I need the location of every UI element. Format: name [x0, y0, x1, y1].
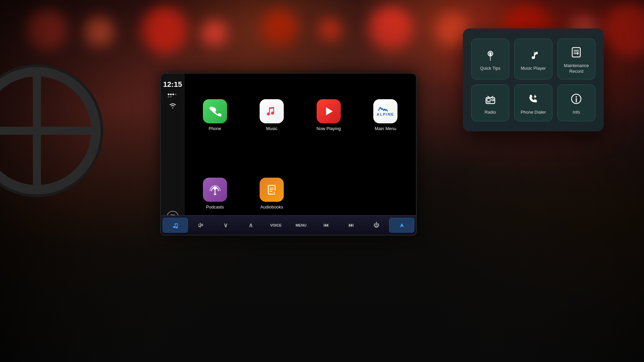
- bokeh-2: [84, 17, 114, 47]
- control-bar: ∨ ∧ VOICE MENU ⏮ ⏭ ⏻: [161, 215, 416, 235]
- time-display: 12:15: [163, 80, 182, 88]
- phone-dialer-icon: [526, 92, 541, 106]
- prev-button[interactable]: ⏮: [314, 218, 338, 233]
- app-now-playing[interactable]: Now Playing: [302, 77, 356, 153]
- svg-rect-3: [214, 194, 216, 195]
- app-grid: Phone Music: [184, 74, 416, 235]
- bokeh-5: [262, 10, 299, 47]
- popup-maintenance-record[interactable]: Maintenance Record: [557, 39, 595, 79]
- maintenance-record-icon: [569, 45, 584, 60]
- popup-info[interactable]: Info: [557, 84, 595, 121]
- power-button[interactable]: ⏻: [364, 218, 388, 233]
- app-phone[interactable]: Phone: [188, 77, 242, 153]
- dot-4: [175, 94, 176, 95]
- svg-point-1: [213, 186, 217, 190]
- phone-icon: [203, 99, 227, 123]
- dot-3: [172, 94, 174, 95]
- quick-tips-label: Quick Tips: [480, 66, 500, 71]
- svg-point-22: [492, 99, 494, 101]
- radio-label: Radio: [485, 110, 496, 115]
- svg-rect-21: [487, 99, 490, 101]
- audiobooks-icon: [260, 178, 284, 202]
- info-icon: [569, 92, 584, 106]
- radio-icon: [483, 92, 498, 106]
- dot-1: [168, 94, 169, 95]
- svg-rect-10: [490, 56, 491, 57]
- scroll-up-button[interactable]: ∧: [238, 218, 263, 233]
- wifi-icon: [169, 103, 176, 110]
- music-label: Music: [266, 126, 277, 131]
- music-icon: [260, 99, 284, 123]
- phone-dialer-label: Phone Dialer: [521, 110, 546, 115]
- svg-marker-0: [326, 107, 333, 115]
- screen-sidebar: 12:15: [161, 74, 184, 235]
- bokeh-7: [369, 7, 413, 50]
- popup-phone-dialer[interactable]: Phone Dialer: [514, 84, 552, 121]
- main-menu-icon: ALPINE: [373, 99, 397, 123]
- bokeh-3: [141, 7, 188, 54]
- music-player-icon: [526, 48, 541, 62]
- app-main-menu[interactable]: ALPINE Main Menu: [359, 77, 413, 153]
- podcasts-label: Podcasts: [206, 204, 224, 209]
- infotainment-screen: 12:15: [161, 74, 416, 235]
- music-ctrl-button[interactable]: [163, 218, 188, 233]
- main-menu-label: Main Menu: [375, 126, 396, 131]
- audiobooks-label: Audiobooks: [260, 204, 283, 209]
- maintenance-record-label: Maintenance Record: [561, 63, 592, 74]
- app-music[interactable]: Music: [245, 77, 299, 153]
- nav-button[interactable]: [389, 218, 414, 233]
- svg-point-13: [490, 60, 491, 61]
- podcasts-icon: [203, 178, 227, 202]
- svg-rect-11: [490, 57, 491, 58]
- svg-marker-8: [399, 223, 404, 227]
- phone-label: Phone: [209, 126, 221, 131]
- popup-menu: Quick Tips Music Player: [463, 28, 604, 131]
- now-playing-icon: [317, 99, 341, 123]
- svg-point-27: [576, 96, 577, 98]
- info-label: Info: [573, 110, 580, 115]
- bokeh-4: [201, 20, 228, 47]
- popup-quick-tips[interactable]: Quick Tips: [471, 39, 509, 79]
- now-playing-label: Now Playing: [317, 126, 341, 131]
- popup-music-player[interactable]: Music Player: [514, 39, 552, 79]
- dot-5: [168, 96, 169, 98]
- menu-button[interactable]: MENU: [289, 218, 313, 233]
- next-button[interactable]: ⏭: [339, 218, 364, 233]
- popup-grid: Quick Tips Music Player: [471, 39, 595, 121]
- dot-2: [170, 94, 172, 95]
- scroll-down-button[interactable]: ∨: [214, 218, 238, 233]
- bokeh-1: [27, 10, 67, 50]
- voice-button[interactable]: VOICE: [264, 218, 288, 233]
- quick-tips-icon: [483, 48, 498, 62]
- music-player-label: Music Player: [521, 66, 546, 71]
- popup-radio[interactable]: Radio: [471, 84, 509, 121]
- dot-6: [170, 96, 172, 98]
- bokeh-6: [319, 18, 342, 42]
- mute-button[interactable]: [189, 218, 213, 233]
- signal-dots: [168, 94, 178, 98]
